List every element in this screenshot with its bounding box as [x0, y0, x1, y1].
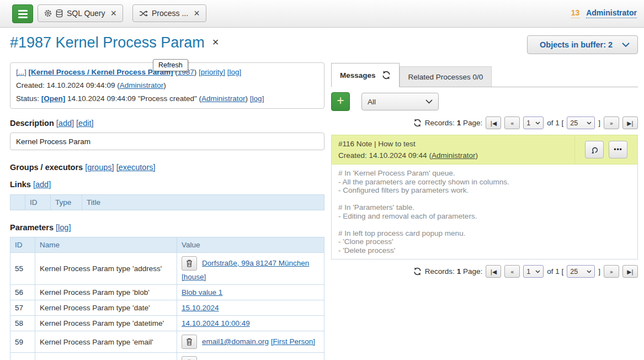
trash-icon — [186, 338, 193, 346]
objects-in-buffer-button[interactable]: Objects in buffer: 2 — [527, 35, 638, 54]
table-row: 59 Kernel Process Param type 'email' ema… — [10, 331, 324, 353]
prev-page-button[interactable]: « — [504, 265, 520, 278]
tab-sql-query[interactable]: SQL Query × — [38, 4, 123, 22]
param-id: 58 — [10, 316, 35, 331]
main-menu-button[interactable] — [12, 4, 33, 23]
page-size-select[interactable]: 25 — [567, 265, 595, 278]
links-col-id: ID — [25, 195, 51, 210]
tab-messages[interactable]: Messages — [331, 63, 400, 87]
groups-link[interactable]: [groups] — [85, 163, 114, 172]
refresh-icon[interactable] — [413, 267, 422, 276]
shuffle-icon — [139, 10, 148, 17]
param-name: Kernel Process Param type 'file' — [35, 353, 177, 360]
reply-button[interactable] — [585, 141, 604, 158]
param-value-link[interactable]: 14.10.2024 10:00:49 — [182, 319, 250, 327]
param-value-cell: Blob value 1 — [177, 285, 324, 300]
param-value-link[interactable]: Dorfstraße, 99a 81247 München — [202, 259, 309, 267]
description-input[interactable] — [10, 133, 324, 150]
queue-path-link[interactable]: [Kernel Process / Kernel Process Param] — [29, 68, 173, 76]
param-value-link[interactable]: email1@domain.org — [202, 337, 269, 346]
hamburger-icon — [18, 10, 28, 12]
close-icon[interactable]: × — [111, 8, 117, 18]
created-user-link[interactable]: Administrator — [120, 81, 164, 89]
param-value-secondary-link[interactable]: [house] — [182, 273, 206, 281]
table-row: 55 Kernel Process Param type 'address' D… — [10, 253, 324, 285]
refresh-icon[interactable] — [413, 119, 422, 127]
param-name: Kernel Process Param type 'datetime' — [35, 316, 177, 331]
tab-label: Process ... — [152, 9, 188, 18]
table-row: 60 Kernel Process Param type 'file' file… — [10, 353, 324, 360]
chevron-down-icon — [622, 43, 630, 47]
last-page-button[interactable]: ▶| — [622, 117, 638, 129]
delete-param-button[interactable] — [182, 335, 197, 349]
status-log-link[interactable]: [log] — [250, 94, 264, 103]
delete-param-button[interactable] — [182, 356, 197, 360]
panel-tab-bar: Messages Related Processes 0/0 — [331, 62, 638, 87]
next-page-button[interactable]: » — [604, 265, 619, 278]
tab-related-processes[interactable]: Related Processes 0/0 — [400, 66, 492, 87]
param-value-secondary-link[interactable]: [First Person] — [271, 337, 315, 346]
prev-page-button[interactable]: « — [504, 117, 520, 129]
param-id: 60 — [10, 353, 35, 360]
log-link[interactable]: [log] — [227, 68, 242, 76]
message-actions: ••• — [574, 135, 637, 164]
groups-section-heading: Groups / executors [groups] [executors] — [10, 163, 324, 172]
bracket-close-label: ] — [598, 119, 600, 127]
chevron-down-icon — [535, 270, 540, 273]
links-add-link[interactable]: [add] — [33, 180, 51, 189]
process-card: #1987 Kernel Process Param× [...] [Kerne… — [10, 34, 324, 360]
tab-process[interactable]: Process ... × — [132, 4, 206, 22]
first-page-button[interactable]: |◀ — [486, 265, 501, 278]
param-name: Kernel Process Param type 'blob' — [35, 285, 177, 300]
param-name: Kernel Process Param type 'email' — [35, 331, 177, 353]
more-link[interactable]: [...] — [16, 68, 26, 76]
close-process-icon[interactable]: × — [212, 36, 219, 48]
param-id: 55 — [10, 253, 35, 285]
records-label: Records: 1 Page: — [425, 267, 482, 276]
message-body: # In 'Kernel Process Param' queue. - All… — [331, 165, 638, 260]
message-author-link[interactable]: Administrator — [432, 151, 476, 160]
add-message-button[interactable]: + — [331, 92, 350, 111]
chevron-down-icon — [587, 121, 592, 125]
close-icon[interactable]: × — [194, 8, 200, 18]
links-table: ID Type Title — [10, 194, 324, 210]
records-label: Records: 1 Page: — [425, 119, 482, 127]
param-value-cell: Dorfstraße, 99a 81247 München [house] — [177, 253, 324, 285]
priority-link[interactable]: [priority] — [199, 68, 225, 76]
of-pages-label: of 1 [ — [547, 267, 563, 276]
notification-count-badge[interactable]: 13 — [571, 8, 580, 18]
trash-icon — [186, 260, 193, 267]
param-name: Kernel Process Param type 'date' — [35, 300, 177, 316]
last-page-button[interactable]: ▶| — [622, 265, 638, 278]
param-value-link[interactable]: 15.10.2024 — [182, 304, 219, 312]
param-id: 59 — [10, 331, 35, 353]
refresh-messages-icon[interactable] — [382, 71, 391, 80]
executors-link[interactable]: [executors] — [116, 163, 156, 172]
message-filter-select[interactable]: All — [361, 93, 439, 110]
page-number-select[interactable]: 1 — [523, 117, 544, 129]
description-add-link[interactable]: [add] — [56, 119, 74, 128]
table-row: 58 Kernel Process Param type 'datetime' … — [10, 316, 324, 331]
message-header: #116 Note | How to test Created: 14.10.2… — [331, 135, 638, 165]
database-icon — [56, 9, 63, 18]
page-number-select[interactable]: 1 — [523, 265, 544, 278]
parameters-table: ID Name Value 55 Kernel Process Param ty… — [10, 237, 324, 360]
more-actions-button[interactable]: ••• — [609, 141, 627, 158]
page-size-select[interactable]: 25 — [567, 117, 595, 129]
top-bar: SQL Query × Process ... × 13 Administrat… — [0, 0, 644, 28]
description-edit-link[interactable]: [edit] — [76, 119, 93, 128]
links-col-title: Title — [82, 195, 324, 210]
param-value-link[interactable]: Blob value 1 — [182, 288, 222, 297]
param-value-cell: email1@domain.org [First Person] — [177, 331, 324, 353]
first-page-button[interactable]: |◀ — [486, 117, 501, 129]
delete-param-button[interactable] — [182, 256, 197, 271]
next-page-button[interactable]: » — [604, 117, 619, 129]
user-menu[interactable]: Administrator — [586, 8, 637, 18]
parameters-log-link[interactable]: [log] — [56, 223, 71, 232]
status-user-link[interactable]: Administrator — [201, 94, 246, 103]
description-section-heading: Description [add] [edit] — [10, 119, 324, 128]
table-row: 57 Kernel Process Param type 'date' 15.1… — [10, 300, 324, 316]
status-open-link[interactable]: [Open] — [41, 94, 66, 103]
bracket-close-label: ] — [598, 267, 600, 276]
params-col-name: Name — [35, 237, 177, 253]
